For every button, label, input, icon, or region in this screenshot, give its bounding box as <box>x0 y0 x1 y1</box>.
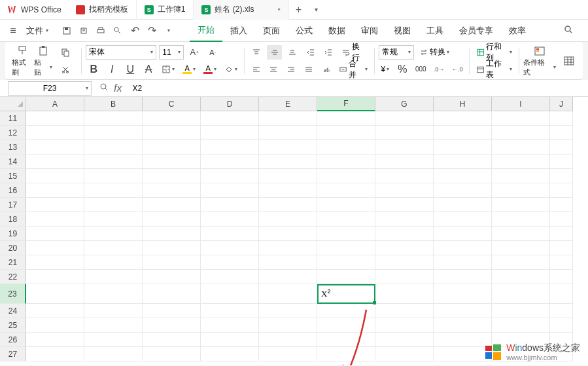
decrease-indent-icon[interactable] <box>303 45 319 60</box>
cell[interactable] <box>375 241 434 255</box>
column-header[interactable]: I <box>492 97 550 111</box>
cell[interactable] <box>434 333 492 347</box>
column-header[interactable]: H <box>434 97 492 111</box>
save-icon[interactable] <box>59 23 75 39</box>
cell[interactable] <box>201 111 259 126</box>
cell[interactable] <box>201 169 259 183</box>
cell[interactable] <box>26 318 84 333</box>
cell[interactable] <box>26 227 84 241</box>
row-header[interactable]: 15 <box>0 169 26 183</box>
cell[interactable] <box>375 304 434 318</box>
italic-icon[interactable]: I <box>104 62 120 77</box>
cell[interactable] <box>317 169 375 183</box>
cell[interactable] <box>375 198 434 212</box>
row-header[interactable]: 23 <box>0 284 26 304</box>
cell[interactable] <box>550 169 573 183</box>
cell[interactable] <box>550 241 573 255</box>
tab-templates[interactable]: 找稻壳模板 <box>68 0 137 20</box>
cell[interactable] <box>143 140 201 155</box>
print-preview-icon[interactable] <box>76 23 92 39</box>
cell[interactable] <box>550 155 573 169</box>
column-header[interactable]: J <box>550 97 573 111</box>
cell[interactable] <box>259 111 317 126</box>
cell[interactable] <box>143 255 201 270</box>
cell[interactable] <box>550 198 573 212</box>
cell[interactable] <box>201 198 259 212</box>
cell[interactable] <box>84 304 143 318</box>
cell[interactable] <box>143 241 201 255</box>
file-menu[interactable]: 文件▾ <box>21 25 54 37</box>
paste-button[interactable]: 粘贴▾ <box>34 45 53 77</box>
cond-format-button[interactable]: 条件格式▾ <box>523 45 556 77</box>
row-header[interactable]: 14 <box>0 155 26 169</box>
row-header[interactable]: 18 <box>0 212 26 227</box>
number-format-select[interactable]: 常规▾ <box>379 45 414 60</box>
cell[interactable] <box>259 241 317 255</box>
menu-tab-formula[interactable]: 公式 <box>288 20 320 42</box>
font-name-select[interactable]: 宋体▾ <box>86 45 156 60</box>
cell[interactable] <box>434 270 492 284</box>
cell[interactable] <box>492 169 550 183</box>
cell[interactable] <box>317 155 375 169</box>
cell[interactable] <box>201 284 259 304</box>
cell[interactable] <box>375 318 434 333</box>
cell[interactable] <box>143 212 201 227</box>
cell[interactable] <box>434 255 492 270</box>
cell[interactable] <box>317 227 375 241</box>
cell[interactable] <box>317 270 375 284</box>
cell[interactable] <box>375 212 434 227</box>
cell[interactable] <box>259 333 317 347</box>
cell[interactable] <box>317 304 375 318</box>
tab-workbook1[interactable]: S 工作簿1 <box>137 0 194 20</box>
align-top-icon[interactable] <box>249 45 264 60</box>
orientation-icon[interactable]: ab <box>319 62 334 77</box>
font-color-button[interactable]: A▾ <box>201 62 219 77</box>
cell[interactable] <box>375 111 434 126</box>
cell[interactable] <box>259 140 317 155</box>
copy-icon[interactable] <box>58 45 73 60</box>
menu-tab-member[interactable]: 会员专享 <box>451 20 501 42</box>
cell[interactable] <box>201 212 259 227</box>
cell[interactable] <box>26 169 84 183</box>
cell[interactable] <box>143 284 201 304</box>
cell[interactable] <box>201 304 259 318</box>
search-button[interactable] <box>554 24 583 37</box>
cell[interactable] <box>317 140 375 155</box>
cell[interactable] <box>375 333 434 347</box>
row-header[interactable]: 24 <box>0 304 26 318</box>
cell[interactable] <box>317 183 375 198</box>
cell[interactable] <box>375 126 434 140</box>
cell[interactable] <box>26 126 84 140</box>
cell[interactable] <box>434 241 492 255</box>
cell[interactable] <box>434 140 492 155</box>
row-header[interactable]: 25 <box>0 318 26 333</box>
cell[interactable] <box>375 155 434 169</box>
cell[interactable] <box>143 270 201 284</box>
increase-indent-icon[interactable] <box>321 45 337 60</box>
cell[interactable] <box>259 155 317 169</box>
cell[interactable] <box>143 347 201 361</box>
cell[interactable] <box>375 227 434 241</box>
column-header[interactable]: F <box>317 97 375 111</box>
cell[interactable] <box>26 140 84 155</box>
cell[interactable] <box>201 155 259 169</box>
row-header[interactable]: 20 <box>0 241 26 255</box>
menu-tab-review[interactable]: 审阅 <box>353 20 386 42</box>
cell[interactable] <box>375 183 434 198</box>
cell[interactable] <box>434 212 492 227</box>
menu-tab-insert[interactable]: 插入 <box>222 20 255 42</box>
column-header[interactable]: G <box>375 97 434 111</box>
cell[interactable] <box>26 304 84 318</box>
cell[interactable] <box>143 198 201 212</box>
formula-bar[interactable]: X2 <box>130 84 588 93</box>
cell[interactable] <box>550 126 573 140</box>
row-header[interactable]: 22 <box>0 270 26 284</box>
print-icon[interactable] <box>93 23 109 39</box>
cell[interactable] <box>317 333 375 347</box>
cell[interactable] <box>317 198 375 212</box>
cell[interactable] <box>84 227 143 241</box>
cell[interactable] <box>259 304 317 318</box>
cell[interactable] <box>26 198 84 212</box>
cell[interactable] <box>492 126 550 140</box>
cell[interactable] <box>492 284 550 304</box>
